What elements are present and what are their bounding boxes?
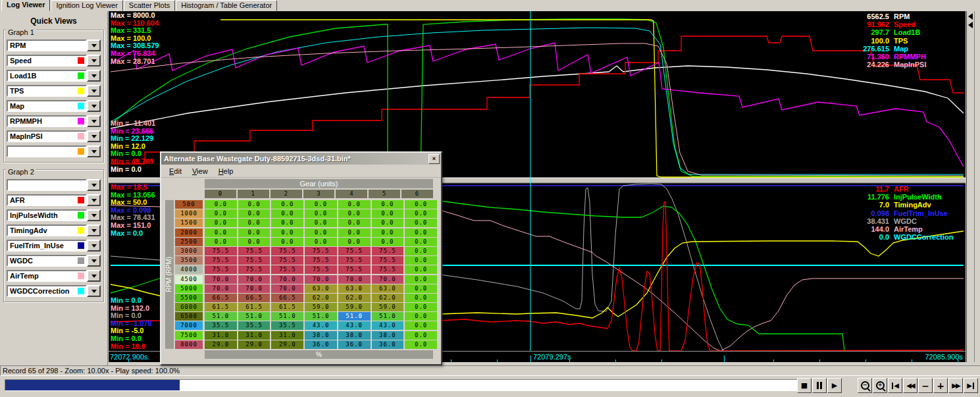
table-cell-2500-2[interactable]: 0.0 <box>271 238 303 246</box>
table-cell-5000-6[interactable]: 0.0 <box>405 284 437 293</box>
table-cell-2500-6[interactable]: 0.0 <box>405 238 437 246</box>
pause-button[interactable] <box>812 378 827 393</box>
dialog-titlebar[interactable]: Alternate Base Wastegate Duty-88592715-3… <box>161 153 441 165</box>
graph1-select-empty[interactable] <box>7 146 87 157</box>
table-cell-3500-3[interactable]: 75.5 <box>305 256 337 265</box>
table-cell-6500-4[interactable]: 51.0 <box>338 312 371 321</box>
collapse-arrow-icon[interactable] <box>968 13 973 20</box>
menu-item-view[interactable]: View <box>187 166 213 176</box>
table-cell-8000-1[interactable]: 29.0 <box>238 340 271 349</box>
table-cell-1000-4[interactable]: 0.0 <box>338 209 371 218</box>
table-cell-4500-2[interactable]: 70.0 <box>271 275 303 284</box>
table-cell-4500-3[interactable]: 70.0 <box>305 275 337 284</box>
table-cell-7500-3[interactable]: 38.0 <box>305 331 337 340</box>
table-cell-6500-0[interactable]: 51.0 <box>205 312 237 321</box>
dropdown-button[interactable] <box>87 209 101 221</box>
graph1-select-mapinpsi[interactable]: MapInPSI <box>7 130 87 142</box>
menu-item-edit[interactable]: Edit <box>164 166 187 176</box>
table-cell-4000-6[interactable]: 0.0 <box>405 265 437 274</box>
dropdown-button[interactable] <box>87 255 101 267</box>
dropdown-button[interactable] <box>87 100 101 112</box>
graph2-select-empty[interactable] <box>7 179 87 191</box>
table-cell-6000-3[interactable]: 59.0 <box>305 303 337 311</box>
dropdown-button[interactable] <box>87 285 101 297</box>
minus-button[interactable]: − <box>918 378 933 393</box>
table-cell-2500-0[interactable]: 0.0 <box>205 238 237 246</box>
table-cell-7000-1[interactable]: 35.5 <box>238 321 271 330</box>
table-cell-8000-4[interactable]: 36.0 <box>338 340 371 349</box>
table-cell-4000-2[interactable]: 75.5 <box>271 265 303 274</box>
table-cell-5000-4[interactable]: 63.0 <box>338 284 371 293</box>
table-cell-500-0[interactable]: 0.0 <box>205 200 237 209</box>
tab-log-viewer[interactable]: Log Viewer <box>1 0 50 11</box>
table-cell-8000-0[interactable]: 29.0 <box>205 340 237 349</box>
table-cell-1500-2[interactable]: 0.0 <box>271 219 303 227</box>
skip-end-button[interactable]: ▶ <box>964 378 978 393</box>
table-cell-3000-6[interactable]: 0.0 <box>405 247 437 255</box>
table-cell-4500-0[interactable]: 70.0 <box>205 275 237 284</box>
table-cell-500-2[interactable]: 0.0 <box>271 200 303 209</box>
table-cell-6000-2[interactable]: 61.5 <box>271 303 303 311</box>
table-cell-6000-6[interactable]: 0.0 <box>405 303 437 311</box>
dropdown-button[interactable] <box>87 40 101 51</box>
table-cell-7000-2[interactable]: 35.5 <box>271 321 303 330</box>
table-cell-7500-1[interactable]: 31.0 <box>238 331 271 340</box>
table-cell-3500-5[interactable]: 75.5 <box>372 256 404 265</box>
table-cell-2500-5[interactable]: 0.0 <box>372 238 404 246</box>
table-cell-3000-0[interactable]: 75.5 <box>205 247 237 255</box>
table-cell-7000-5[interactable]: 43.0 <box>372 321 404 330</box>
table-cell-5500-0[interactable]: 66.5 <box>205 294 237 302</box>
dropdown-button[interactable] <box>87 130 101 142</box>
dropdown-button[interactable] <box>87 179 101 191</box>
table-cell-3000-3[interactable]: 75.5 <box>305 247 337 255</box>
graph1-select-tps[interactable]: TPS <box>7 85 87 97</box>
table-cell-6000-5[interactable]: 59.0 <box>372 303 404 311</box>
zoom-in-button[interactable]: + <box>873 378 887 393</box>
table-cell-6500-5[interactable]: 51.0 <box>372 312 404 321</box>
table-cell-4000-5[interactable]: 75.5 <box>372 265 404 274</box>
table-cell-1500-1[interactable]: 0.0 <box>238 219 271 227</box>
table-cell-2500-3[interactable]: 0.0 <box>305 238 337 246</box>
graph1-select-map[interactable]: Map <box>7 100 87 112</box>
table-cell-3000-1[interactable]: 75.5 <box>238 247 271 255</box>
table-cell-1500-5[interactable]: 0.0 <box>372 219 404 227</box>
tab-scatter-plots[interactable]: Scatter Plots <box>124 0 175 11</box>
table-cell-5000-2[interactable]: 70.0 <box>271 284 303 293</box>
dropdown-button[interactable] <box>87 225 101 236</box>
table-cell-1500-0[interactable]: 0.0 <box>205 219 237 227</box>
table-cell-2000-1[interactable]: 0.0 <box>238 228 271 237</box>
tab-ignition-log-viewer[interactable]: Ignition Log Viewer <box>51 0 122 11</box>
table-cell-7500-5[interactable]: 38.0 <box>372 331 404 340</box>
table-cell-7000-4[interactable]: 43.0 <box>338 321 371 330</box>
table-cell-3500-2[interactable]: 75.5 <box>271 256 303 265</box>
table-cell-1000-6[interactable]: 0.0 <box>405 209 437 218</box>
dropdown-button[interactable] <box>87 270 101 282</box>
playback-progress[interactable] <box>5 379 799 391</box>
dropdown-button[interactable] <box>87 70 101 82</box>
table-cell-3500-0[interactable]: 75.5 <box>205 256 237 265</box>
table-cell-3500-4[interactable]: 75.5 <box>338 256 371 265</box>
table-cell-500-6[interactable]: 0.0 <box>405 200 437 209</box>
table-cell-1000-1[interactable]: 0.0 <box>238 209 271 218</box>
table-cell-500-3[interactable]: 0.0 <box>305 200 337 209</box>
graph2-select-wgdc[interactable]: WGDC <box>7 255 87 267</box>
table-cell-4000-1[interactable]: 75.5 <box>238 265 271 274</box>
table-cell-7000-6[interactable]: 0.0 <box>405 321 437 330</box>
graph1-select-speed[interactable]: Speed <box>7 55 87 66</box>
rewind-button[interactable]: ◀◀ <box>903 378 917 393</box>
dropdown-button[interactable] <box>87 240 101 251</box>
table-cell-4000-4[interactable]: 75.5 <box>338 265 371 274</box>
graph1-select-rpmmph[interactable]: RPMMPH <box>7 115 87 127</box>
table-cell-2000-5[interactable]: 0.0 <box>372 228 404 237</box>
graph1-select-load1b[interactable]: Load1B <box>7 70 87 82</box>
table-cell-6500-2[interactable]: 51.0 <box>271 312 303 321</box>
table-cell-2000-0[interactable]: 0.0 <box>205 228 237 237</box>
table-cell-7500-2[interactable]: 31.0 <box>271 331 303 340</box>
table-cell-3000-4[interactable]: 75.5 <box>338 247 371 255</box>
menu-item-help[interactable]: Help <box>213 166 239 176</box>
table-cell-5000-1[interactable]: 70.0 <box>238 284 271 293</box>
graph2-select-injpulsewidth[interactable]: InjPulseWidth <box>7 209 87 221</box>
dropdown-button[interactable] <box>87 146 101 157</box>
table-cell-7500-4[interactable]: 38.0 <box>338 331 371 340</box>
graph2-select-afr[interactable]: AFR <box>7 194 87 206</box>
